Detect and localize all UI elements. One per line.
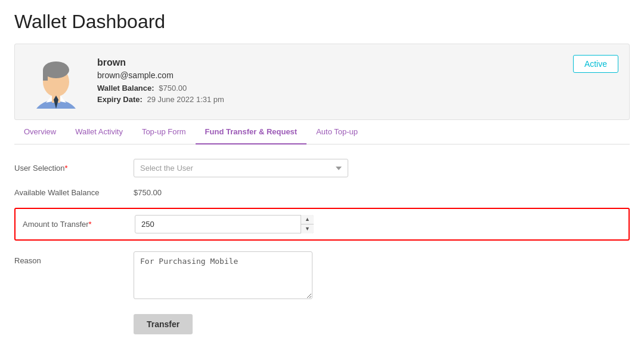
wallet-balance-field: Wallet Balance: $750.00: [97, 84, 615, 93]
spinner-up-button[interactable]: ▲: [301, 215, 314, 224]
expiry-field: Expiry Date: 29 June 2022 1:31 pm: [97, 95, 615, 104]
expiry-label: Expiry Date:: [97, 95, 143, 104]
profile-email: brown@sample.com: [97, 70, 615, 80]
available-balance-label: Available Wallet Balance: [14, 188, 134, 197]
page-title: Wallet Dashboard: [14, 11, 630, 33]
amount-transfer-label: Amount to Transfer*: [23, 220, 135, 229]
reason-row: Reason For Purchasing Mobile: [14, 251, 630, 301]
fund-transfer-form: User Selection* Select the User Availabl…: [14, 144, 630, 334]
avatar: [29, 55, 83, 109]
amount-input[interactable]: [135, 215, 314, 233]
svg-rect-4: [43, 70, 48, 81]
amount-input-wrapper: ▲ ▼: [135, 215, 314, 233]
tab-fund-transfer[interactable]: Fund Transfer & Request: [196, 120, 307, 144]
user-selection-wrapper: Select the User: [134, 159, 348, 177]
tabs-nav: Overview Wallet Activity Top-up Form Fun…: [14, 120, 630, 144]
user-selection-row: User Selection* Select the User: [14, 159, 630, 177]
transfer-button[interactable]: Transfer: [134, 314, 193, 334]
wallet-balance-label: Wallet Balance:: [97, 84, 154, 93]
spinner-down-button[interactable]: ▼: [301, 224, 314, 233]
expiry-value: 29 June 2022 1:31 pm: [147, 95, 224, 104]
reason-textarea[interactable]: For Purchasing Mobile: [134, 251, 312, 299]
status-badge: Active: [573, 55, 618, 73]
tab-overview[interactable]: Overview: [14, 120, 66, 144]
spinner-buttons: ▲ ▼: [301, 215, 314, 233]
amount-transfer-row: Amount to Transfer* ▲ ▼: [14, 208, 630, 241]
available-balance-value: $750.00: [134, 188, 162, 197]
available-balance-row: Available Wallet Balance $750.00: [14, 188, 630, 197]
reason-label: Reason: [14, 251, 134, 265]
profile-name: brown: [97, 57, 615, 68]
tab-auto-topup[interactable]: Auto Top-up: [306, 120, 367, 144]
transfer-button-row: Transfer: [14, 312, 630, 334]
profile-card: brown brown@sample.com Wallet Balance: $…: [14, 44, 630, 120]
tab-wallet-activity[interactable]: Wallet Activity: [66, 120, 132, 144]
user-selection-label: User Selection*: [14, 164, 134, 173]
user-selection-dropdown[interactable]: Select the User: [134, 159, 348, 177]
wallet-balance-value: $750.00: [159, 84, 187, 93]
reason-wrapper: For Purchasing Mobile: [134, 251, 348, 301]
profile-info: brown brown@sample.com Wallet Balance: $…: [97, 57, 615, 106]
tab-top-up-form[interactable]: Top-up Form: [132, 120, 196, 144]
